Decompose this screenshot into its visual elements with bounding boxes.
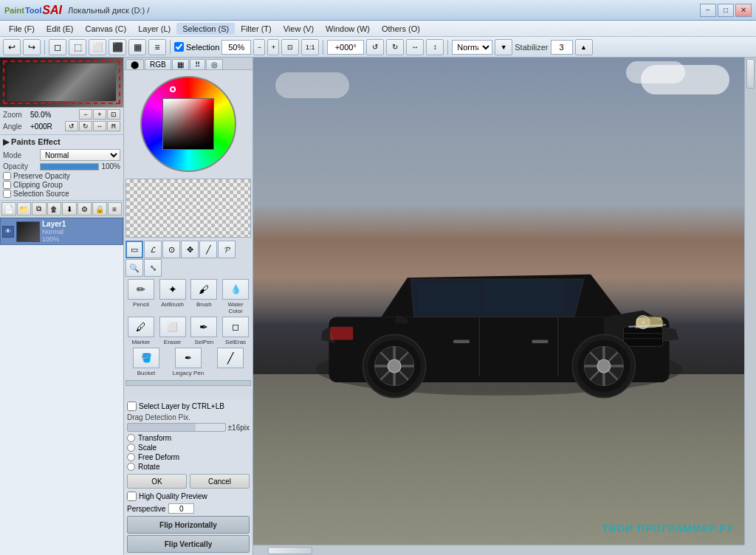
preserve-opacity-checkbox[interactable] — [3, 172, 11, 180]
color-tab-picker[interactable]: ◎ — [206, 59, 223, 69]
marker-tool[interactable]: 🖊 — [128, 317, 154, 337]
zoom-reset-small[interactable]: ⊡ — [107, 109, 120, 120]
maximize-button[interactable]: □ — [718, 4, 734, 17]
hq-checkbox[interactable] — [127, 492, 137, 501]
menu-file[interactable]: File (F) — [3, 23, 41, 35]
toolbar-btn-3[interactable]: ◻ — [49, 39, 66, 55]
eraser-tool[interactable]: ⬜ — [159, 317, 186, 337]
zoom-plus-small[interactable]: + — [93, 109, 106, 120]
opacity-bar[interactable] — [40, 163, 99, 170]
eyedropper-tool[interactable]: 𝓟 — [218, 241, 236, 258]
flip-horizontally-button[interactable]: Flip Horizontally — [127, 516, 250, 534]
stabilizer-input[interactable] — [551, 40, 573, 55]
color-tab-wheel[interactable]: ⬤ — [126, 59, 144, 69]
layer-merge-btn[interactable]: ⬇ — [62, 202, 77, 216]
layer-delete-btn[interactable]: 🗑 — [47, 202, 62, 216]
tool-scrollbar[interactable] — [126, 380, 251, 386]
zoom-100-btn[interactable]: 1:1 — [301, 39, 319, 55]
rotate-cw-btn[interactable]: ↻ — [386, 39, 404, 55]
selection-source-checkbox[interactable] — [3, 190, 11, 198]
zoom-input[interactable] — [221, 40, 251, 55]
lasso-select-tool[interactable]: 𝓛 — [144, 241, 162, 258]
watercolor-tool[interactable]: 💧 — [222, 279, 249, 300]
menu-view[interactable]: View (V) — [278, 23, 320, 35]
zoom-fit-btn[interactable]: ⊡ — [281, 39, 299, 55]
rotate-reset-small[interactable]: R — [107, 121, 120, 131]
select-by-ctrl-checkbox[interactable] — [127, 401, 137, 411]
perspective-input[interactable] — [168, 503, 194, 514]
color-wheel-area[interactable] — [124, 70, 252, 177]
close-button[interactable]: ✕ — [735, 4, 752, 17]
expand-tool[interactable]: ⤡ — [144, 259, 162, 277]
scale-radio[interactable] — [127, 444, 135, 452]
layer-copy-btn[interactable]: ⧉ — [32, 202, 47, 216]
rotate-flip-small[interactable]: ↔ — [93, 121, 106, 131]
rect-select-tool[interactable]: ▭ — [126, 241, 143, 258]
zoom-minus-btn[interactable]: − — [253, 39, 265, 55]
brush-tool[interactable]: 🖌 — [190, 279, 217, 300]
new-layer-btn[interactable]: 📄 — [1, 202, 16, 216]
drag-slider[interactable] — [127, 423, 226, 432]
toolbar-btn-1[interactable]: ↩ — [3, 39, 21, 55]
rotate-left-small[interactable]: ↺ — [65, 121, 78, 131]
menu-others[interactable]: Others (O) — [376, 23, 426, 35]
seleras-tool[interactable]: ◻ — [222, 317, 249, 337]
h-scroll-thumb[interactable] — [268, 547, 312, 554]
blend-expand-btn[interactable]: ▼ — [495, 39, 512, 55]
color-square[interactable] — [162, 98, 214, 150]
menu-canvas[interactable]: Canvas (C) — [80, 23, 133, 35]
bucket-tool[interactable]: 🪣 — [133, 348, 159, 368]
color-tab-hsv[interactable]: ▦ — [172, 59, 189, 69]
layer-item[interactable]: 👁 Layer1 Normal 100% — [0, 218, 123, 245]
menu-filter[interactable]: Filter (T) — [235, 23, 278, 35]
color-tab-palette[interactable]: ⠿ — [190, 59, 205, 69]
magic-wand-tool[interactable]: ⊙ — [162, 241, 180, 258]
airbrush-tool[interactable]: ✦ — [159, 279, 186, 300]
angle-input[interactable] — [327, 40, 364, 55]
line-tool[interactable]: ╱ — [199, 241, 217, 258]
v-scroll-thumb[interactable] — [746, 59, 755, 89]
rotate-right-small[interactable]: ↻ — [79, 121, 92, 131]
minimize-button[interactable]: − — [700, 4, 716, 17]
menu-selection[interactable]: Selection (S) — [176, 23, 235, 35]
menu-layer[interactable]: Layer (L) — [132, 23, 176, 35]
rotate-ccw-btn[interactable]: ↺ — [366, 39, 384, 55]
layer-visibility-toggle[interactable]: 👁 — [2, 226, 14, 238]
pencil-tool[interactable]: ✏ — [128, 279, 154, 300]
toolbar-btn-5[interactable]: ⬜ — [89, 39, 106, 55]
custom-pen-tool[interactable]: ╱ — [217, 348, 244, 368]
rotate-radio[interactable] — [127, 463, 135, 471]
move-tool[interactable]: ✥ — [181, 241, 199, 258]
zoom-minus-small[interactable]: − — [79, 109, 92, 120]
clipping-group-checkbox[interactable] — [3, 181, 11, 189]
mode-select[interactable]: Normal — [40, 149, 120, 161]
toolbar-btn-8[interactable]: ≡ — [148, 39, 166, 55]
flip-vertically-button[interactable]: Flip Vertically — [127, 535, 250, 553]
toolbar-btn-4[interactable]: ⬚ — [69, 39, 86, 55]
selpen-tool[interactable]: ✒ — [190, 317, 217, 337]
zoom-tool-btn[interactable]: 🔍 — [126, 259, 143, 277]
transform-radio[interactable] — [127, 434, 135, 442]
stabilizer-set-btn[interactable]: ▲ — [575, 39, 593, 55]
layer-settings-btn[interactable]: ⚙ — [78, 202, 92, 216]
ok-button[interactable]: OK — [127, 474, 187, 489]
cancel-button[interactable]: Cancel — [190, 474, 250, 489]
menu-edit[interactable]: Edit (E) — [41, 23, 80, 35]
canvas-area[interactable]: ✦ — [253, 58, 756, 555]
canvas-scrollbar-vertical[interactable] — [744, 58, 756, 545]
selection-checkbox[interactable] — [174, 42, 184, 52]
color-wheel[interactable] — [140, 76, 236, 172]
toolbar-btn-2[interactable]: ↪ — [23, 39, 41, 55]
menu-window[interactable]: Window (W) — [320, 23, 376, 35]
new-folder-btn[interactable]: 📁 — [17, 202, 32, 216]
zoom-plus-btn[interactable]: + — [267, 39, 279, 55]
flip-v-btn[interactable]: ↕ — [426, 39, 444, 55]
color-tab-rgb[interactable]: RGB — [145, 59, 171, 69]
layer-protect-btn[interactable]: 🔒 — [92, 202, 107, 216]
toolbar-btn-7[interactable]: ▦ — [128, 39, 146, 55]
flip-h-btn[interactable]: ↔ — [406, 39, 424, 55]
legacypen-tool[interactable]: ✒ — [175, 348, 202, 368]
canvas-scrollbar-horizontal[interactable] — [253, 545, 744, 555]
free-deform-radio[interactable] — [127, 453, 135, 461]
color-swatch-area[interactable] — [126, 179, 251, 238]
